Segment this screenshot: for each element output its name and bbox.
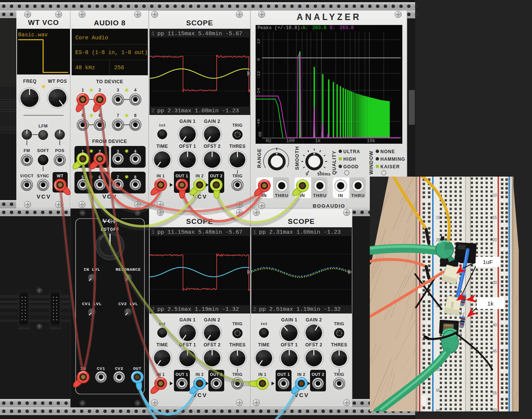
svg-text:3: 3 [117,149,119,154]
svg-text:1: 1 [82,88,84,92]
svg-text:OUT: OUT [133,366,141,371]
svg-text:OUT 1: OUT 1 [175,372,188,377]
svg-text:LFM: LFM [39,124,48,128]
svg-text:R63: R63 [450,302,454,309]
svg-text:GAIN 1: GAIN 1 [179,119,195,124]
svg-text:HIGH: HIGH [343,157,356,162]
svg-text:1: 1 [151,31,155,37]
svg-text:GAIN 2: GAIN 2 [204,119,220,124]
svg-text:SMOOTH: SMOOTH [294,146,300,170]
svg-text:THRES: THRES [331,342,347,348]
svg-text:OUT 1: OUT 1 [277,372,290,377]
svg-text:1k: 1k [315,138,321,144]
svg-text:pp 11.15max 5.48min -5.67: pp 11.15max 5.48min -5.67 [157,31,242,37]
svg-text:IN LVL: IN LVL [84,267,100,272]
svg-text:-48: -48 [256,119,261,127]
svg-text:TIME: TIME [157,342,168,348]
svg-text:15: 15 [436,216,440,220]
svg-text:FM: FM [24,148,30,153]
svg-text:WINDOW: WINDOW [368,151,374,174]
svg-text:45: 45 [493,349,497,353]
svg-text:TRIG: TRIG [232,321,242,326]
svg-text:FROM DEVICE: FROM DEVICE [92,139,127,144]
svg-text:THRU: THRU [351,193,365,198]
svg-text:3: 3 [117,88,119,92]
svg-text:QUALITY: QUALITY [331,151,337,175]
svg-text:30: 30 [493,281,497,285]
svg-text:OUT 2: OUT 2 [312,372,324,377]
svg-text:1x2: 1x2 [159,123,165,127]
svg-text:2: 2 [99,88,101,92]
svg-text:55: 55 [436,388,440,393]
svg-text:Basic.wav: Basic.wav [18,32,48,38]
svg-text:55: 55 [493,391,497,395]
svg-text:OFST 2: OFST 2 [305,342,322,348]
svg-text:100: 100 [286,138,295,144]
svg-text:7: 7 [117,113,119,118]
svg-text:7: 7 [117,175,119,179]
svg-text:256: 256 [114,65,124,71]
svg-text:IN 2: IN 2 [297,372,305,377]
svg-text:HAMMING: HAMMING [380,157,405,162]
svg-text:GAIN 2: GAIN 2 [204,317,220,323]
svg-text:Peaks (+/-10.8):: Peaks (+/-10.8): [257,25,303,31]
svg-text:20: 20 [436,238,440,242]
svg-text:AUDIO 8: AUDIO 8 [94,19,126,27]
svg-text:10k: 10k [367,138,375,144]
svg-text:0: 0 [256,58,261,61]
svg-text:IN 2: IN 2 [195,174,203,178]
svg-text:2: 2 [151,108,155,114]
svg-text:pp 2.31max 1.08min -1.23: pp 2.31max 1.08min -1.23 [157,108,239,114]
svg-text:CV1 LVL: CV1 LVL [82,301,102,306]
svg-text:1x2: 1x2 [261,321,267,326]
svg-text:SYNC: SYNC [37,174,50,178]
svg-text:1: 1 [253,229,256,236]
svg-text:263.8: 263.8 [340,25,354,31]
svg-text:TIME: TIME [157,144,168,149]
svg-text:IN 1: IN 1 [258,372,266,377]
svg-text:FREQ: FREQ [23,79,36,84]
svg-text:15: 15 [493,216,497,220]
svg-text:GAIN 1: GAIN 1 [179,317,195,323]
svg-text:THRU: THRU [313,193,327,198]
svg-text:B:: B: [330,25,335,31]
svg-text:POS: POS [55,148,65,153]
svg-text:SCOPE: SCOPE [288,217,315,225]
svg-text:2: 2 [253,306,256,313]
svg-text:OFST 1: OFST 1 [179,144,196,149]
svg-text:OFST 2: OFST 2 [203,342,220,348]
svg-text:IN 1: IN 1 [157,174,164,178]
svg-text:CV1: CV1 [97,366,105,371]
svg-text:OFST 2: OFST 2 [203,144,220,149]
svg-text:12: 12 [256,39,261,44]
svg-text:-24: -24 [256,88,261,96]
svg-text:SOFT: SOFT [37,148,49,153]
svg-text:WT VCO: WT VCO [28,19,59,26]
svg-text:RANGE: RANGE [256,148,262,168]
svg-text:pp 2.51max 1.19min -1.32: pp 2.51max 1.19min -1.32 [157,306,239,313]
svg-text:KAISER: KAISER [380,164,400,169]
svg-text:pp 11.15max 5.48min -5.67: pp 11.15max 5.48min -5.67 [157,229,242,236]
svg-text:1uF: 1uF [483,259,493,265]
svg-text:V/OCT: V/OCT [20,174,34,178]
svg-text:TO DEVICE: TO DEVICE [96,79,123,84]
svg-text:TIME: TIME [258,342,270,348]
svg-text:Hz: Hz [266,138,271,144]
svg-text:ULTRA: ULTRA [343,149,360,154]
svg-text:OUT 1: OUT 1 [175,174,188,178]
svg-text:WT POS: WT POS [48,79,67,84]
svg-text:TRIG: TRIG [232,123,242,127]
svg-text:263.8: 263.8 [312,25,327,31]
svg-text:THRU: THRU [275,193,288,198]
svg-text:GOOD: GOOD [343,164,359,169]
svg-text:SCOPE: SCOPE [186,19,213,27]
svg-text:8: 8 [134,175,136,179]
svg-text:500ms: 500ms [317,172,330,176]
svg-text:pp 2.51max 1.19min -1.32: pp 2.51max 1.19min -1.32 [259,306,341,313]
svg-text:IN 2: IN 2 [195,372,203,377]
svg-text:TRIG: TRIG [334,372,344,377]
svg-text:A:: A: [302,25,308,31]
svg-text:ANALYZER: ANALYZER [296,12,361,22]
svg-text:20: 20 [493,238,497,242]
svg-text:THRES: THRES [229,144,245,149]
